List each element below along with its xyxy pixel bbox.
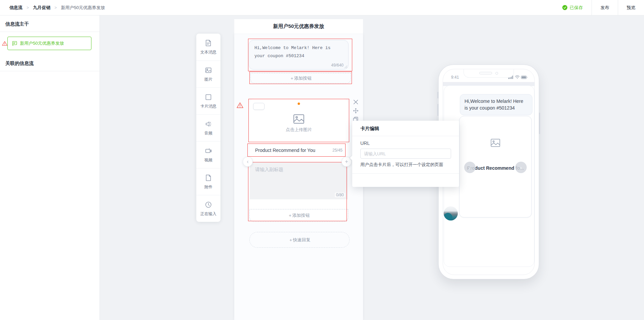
sidebar-item-flow-label: 新用户50元优惠券发放 (20, 40, 64, 46)
preview-carousel-next[interactable]: › (515, 162, 527, 173)
upload-label: 点击上传图片 (286, 127, 312, 133)
popup-title: 卡片编辑 (352, 121, 459, 136)
preview-card: Product Recommend fo... ‹ › (459, 116, 532, 217)
toolbar-item-label: 附件 (204, 184, 212, 190)
sidebar: 信息流主干 新用户50元优惠券发放 关联的信息流 (0, 15, 100, 320)
audio-icon (204, 120, 212, 128)
phone-volume-button (437, 104, 439, 116)
warning-icon (2, 41, 7, 46)
toolbar-item-label: 音频 (204, 130, 212, 136)
card-subtitle-input[interactable]: 请输入副标题 0/80 (250, 162, 348, 199)
sidebar-main-section-title: 信息流主干 (0, 15, 99, 32)
warning-icon (237, 102, 243, 108)
toolbar-item-typing[interactable]: 正在输入 (196, 195, 220, 222)
toolbar-item-label: 视频 (204, 157, 212, 163)
clock-icon (204, 201, 212, 209)
add-button-card[interactable]: ＋添加按钮 (249, 209, 348, 222)
card-edit-popup: 卡片编辑 URL 用户点击卡片后，可以打开一个设定的页面 (352, 121, 459, 187)
toolbar-item-audio[interactable]: 音频 (196, 114, 220, 141)
battery-icon (521, 76, 528, 79)
url-input[interactable] (360, 149, 451, 159)
card-message-icon (204, 93, 212, 101)
app-window: 信息流 > 九月促销 > 新用户50元优惠券发放 已保存 发布 预览 信息流主干… (0, 0, 644, 320)
add-button-text-message[interactable]: ＋添加按钮 (250, 73, 351, 83)
breadcrumb-separator: > (27, 5, 29, 10)
speaker-slot (479, 72, 492, 74)
camera-dot (495, 72, 498, 75)
char-counter: 49/640 (331, 63, 344, 68)
attachment-icon (204, 174, 212, 182)
card-title-counter: 25/45 (332, 148, 343, 153)
publish-button[interactable]: 发布 (592, 0, 618, 15)
flow-item-row: 新用户50元优惠券发放 (0, 32, 99, 55)
move-icon[interactable] (353, 108, 359, 114)
toolbar-item-text-message[interactable]: 文本消息 (196, 34, 220, 61)
close-icon[interactable] (353, 99, 359, 105)
save-status: 已保存 (558, 0, 592, 15)
save-status-label: 已保存 (570, 5, 583, 11)
sidebar-item-flow[interactable]: 新用户50元优惠券发放 (7, 37, 91, 50)
message-type-toolbar: 文本消息 图片 卡片消息 音频 视频 附件 正在输入 (196, 34, 220, 222)
phone-power-button (539, 113, 540, 134)
topbar-actions: 已保存 发布 预览 (558, 0, 644, 15)
quick-reply-button[interactable]: ＋快速回复 (249, 232, 350, 248)
url-hint: 用户点击卡片后，可以打开一个设定的页面 (360, 162, 451, 168)
popup-footer (352, 173, 459, 187)
breadcrumb: 信息流 > 九月促销 > 新用户50元优惠券发放 (0, 5, 105, 11)
top-bar: 信息流 > 九月促销 > 新用户50元优惠券发放 已保存 发布 预览 (0, 0, 644, 15)
carousel-prev-button[interactable]: ‹ (243, 157, 253, 167)
url-label: URL (360, 141, 451, 146)
toolbar-item-label: 正在输入 (200, 211, 216, 217)
breadcrumb-separator: > (54, 5, 57, 10)
text-message-block[interactable]: Hi,Welcome to Melark! Here is your coupo… (249, 40, 349, 70)
card-subtitle-counter: 0/80 (335, 193, 345, 197)
wifi-icon (515, 75, 520, 79)
preview-text-bubble: Hi,Welcome to Melark! Here is your coupo… (460, 94, 532, 115)
avatar (444, 206, 458, 221)
card-subtitle-placeholder: 请输入副标题 (255, 167, 283, 172)
message-bubble-icon (12, 41, 17, 46)
editor-title: 新用户50元优惠券发放 (234, 19, 363, 34)
card-image-upload[interactable]: 点击上传图片 (250, 98, 348, 142)
toolbar-item-card-message[interactable]: 卡片消息 (196, 87, 220, 114)
toolbar-item-attachment[interactable]: 附件 (196, 168, 220, 195)
breadcrumb-root[interactable]: 信息流 (9, 5, 23, 11)
card-title-input[interactable]: Product Recommend for You (255, 148, 332, 153)
carousel-active-dot (298, 103, 300, 105)
popup-body: URL 用户点击卡片后，可以打开一个设定的页面 (352, 136, 459, 168)
check-circle-icon (562, 5, 567, 10)
preview-button[interactable]: 预览 (618, 0, 644, 15)
toolbar-item-video[interactable]: 视频 (196, 141, 220, 168)
toolbar-item-label: 文本消息 (200, 49, 216, 55)
sidebar-related-section-title: 关联的信息流 (0, 55, 99, 71)
card-message-block[interactable]: 点击上传图片 Product Recommend for You 25/45 请… (250, 98, 348, 222)
resize-handle[interactable] (344, 65, 347, 68)
image-upload-icon (293, 114, 305, 124)
card-ratio-toggle[interactable] (253, 103, 265, 110)
breadcrumb-current: 新用户50元优惠券发放 (61, 5, 105, 11)
status-bar-time: 9:41 (451, 75, 459, 80)
breadcrumb-parent[interactable]: 九月促销 (33, 5, 50, 11)
toolbar-item-label: 图片 (204, 77, 212, 82)
toolbar-item-image[interactable]: 图片 (196, 61, 220, 87)
text-message-value[interactable]: Hi,Welcome to Melark! Here is your coupo… (254, 44, 343, 60)
card-title-row[interactable]: Product Recommend for You 25/45 (250, 144, 348, 157)
text-message-icon (204, 39, 212, 47)
video-icon (204, 147, 212, 155)
image-icon (204, 66, 212, 74)
phone-mute-button (437, 92, 439, 98)
card-block-actions (353, 99, 359, 122)
image-placeholder-icon (490, 138, 500, 147)
phone-notch (464, 69, 514, 78)
preview-carousel-prev[interactable]: ‹ (464, 162, 476, 173)
toolbar-item-label: 卡片消息 (200, 104, 216, 109)
